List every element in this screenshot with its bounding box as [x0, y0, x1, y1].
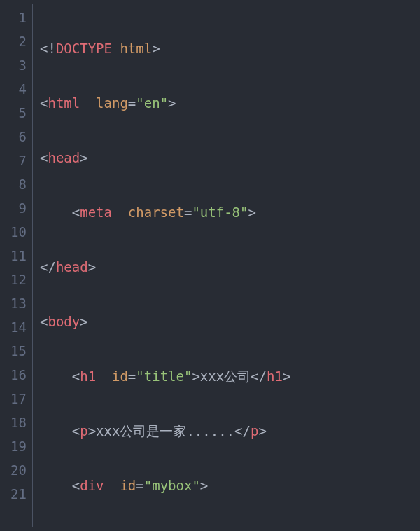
code-token: id	[104, 478, 136, 493]
line-number: 11	[0, 244, 27, 268]
code-token: "mybox"	[144, 478, 200, 493]
line-number-gutter: 1 2 3 4 5 6 7 8 9 10 11 12 13 14 15 16 1…	[0, 0, 32, 531]
line-number: 2	[0, 29, 27, 53]
code-token: >	[192, 368, 200, 384]
code-token: charset	[112, 205, 184, 220]
line-number: 6	[0, 125, 27, 149]
line-number: 16	[0, 363, 27, 387]
line-number: 17	[0, 387, 27, 411]
code-token: =	[184, 205, 192, 220]
code-line[interactable]: <body>	[40, 310, 420, 333]
code-token: >	[248, 205, 255, 220]
code-token: >	[88, 423, 96, 439]
line-number: 8	[0, 172, 27, 196]
line-number: 4	[0, 77, 27, 101]
code-token: html	[112, 41, 152, 56]
code-token: >	[152, 41, 160, 56]
code-token: xxx公司	[200, 368, 251, 384]
line-number: 19	[0, 434, 27, 458]
code-token: <	[40, 423, 80, 439]
code-line[interactable]: <meta charset="utf-8">	[40, 200, 420, 224]
code-line[interactable]: <h1 id="title">xxx公司</h1>	[40, 364, 420, 388]
code-token: <	[40, 95, 48, 111]
code-token: >	[88, 259, 96, 275]
code-token: h1	[80, 368, 96, 384]
code-line[interactable]: <head>	[40, 146, 420, 170]
code-token: div	[80, 478, 104, 493]
code-token: <	[40, 314, 48, 329]
code-token: <!	[40, 41, 56, 56]
code-line[interactable]: <h1>{{a}}</h1>	[40, 528, 420, 531]
code-token: p	[251, 423, 258, 439]
code-token: xxx公司是一家......	[96, 423, 234, 439]
code-token: >	[200, 478, 208, 493]
code-line[interactable]: <div id="mybox">	[40, 474, 420, 497]
code-line[interactable]: <p>xxx公司是一家......</p>	[40, 419, 420, 443]
line-number: 3	[0, 53, 27, 77]
code-token: </	[251, 368, 267, 384]
line-number: 5	[0, 101, 27, 125]
code-token: </	[234, 423, 251, 439]
code-token: </	[40, 259, 56, 275]
code-token: =	[128, 368, 136, 384]
code-token: p	[80, 423, 88, 439]
code-line[interactable]: <!DOCTYPE html>	[40, 36, 420, 60]
code-token: =	[128, 95, 136, 111]
line-number: 13	[0, 291, 27, 315]
code-token: <	[40, 478, 80, 493]
code-line[interactable]: <html lang="en">	[40, 91, 420, 115]
code-token: >	[80, 314, 88, 329]
line-number: 1	[0, 6, 27, 29]
code-token: >	[258, 423, 266, 439]
code-token: DOCTYPE	[56, 41, 112, 56]
code-token: body	[48, 314, 80, 329]
code-token: "en"	[136, 95, 168, 111]
code-token: html	[48, 95, 80, 111]
code-token: =	[136, 478, 144, 493]
code-token: <	[40, 205, 80, 220]
line-number: 14	[0, 315, 27, 339]
code-area[interactable]: <!DOCTYPE html> <html lang="en"> <head> …	[33, 0, 420, 531]
code-token: id	[96, 368, 128, 384]
line-number: 7	[0, 149, 27, 172]
line-number: 9	[0, 196, 27, 220]
line-number: 20	[0, 458, 27, 482]
code-token: <	[40, 368, 80, 384]
code-token: <	[40, 150, 48, 165]
code-token: >	[80, 150, 88, 165]
line-number: 10	[0, 220, 27, 244]
code-token: head	[48, 150, 80, 165]
line-number: 21	[0, 482, 27, 506]
code-token: meta	[80, 205, 112, 220]
line-number: 18	[0, 411, 27, 434]
code-token: h1	[267, 368, 283, 384]
line-number: 15	[0, 339, 27, 363]
code-token: head	[56, 259, 88, 275]
code-token: >	[283, 368, 290, 384]
code-token: "utf-8"	[192, 205, 248, 220]
code-token: >	[168, 95, 176, 111]
code-token: "title"	[136, 368, 192, 384]
line-number: 12	[0, 268, 27, 291]
code-editor[interactable]: 1 2 3 4 5 6 7 8 9 10 11 12 13 14 15 16 1…	[0, 0, 420, 531]
code-line[interactable]: </head>	[40, 255, 420, 279]
code-token: lang	[80, 95, 128, 111]
